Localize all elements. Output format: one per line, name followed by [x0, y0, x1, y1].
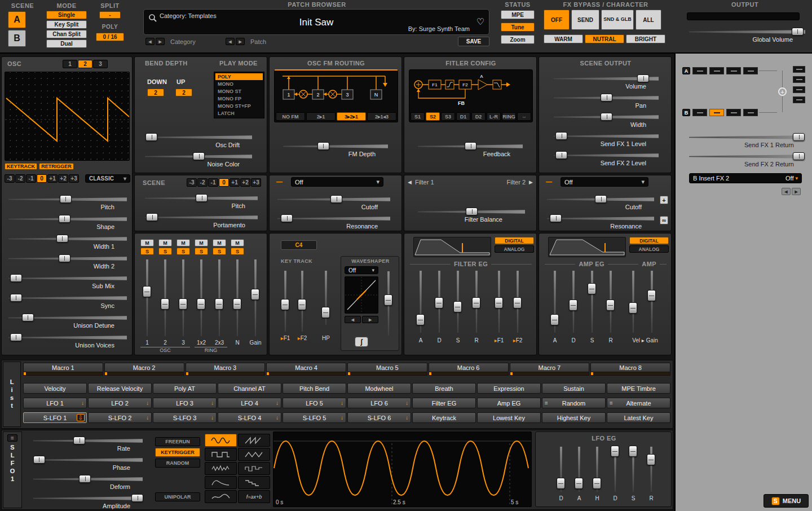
lfo-eg-release-fader[interactable] [647, 446, 656, 493]
down-arrow-icon[interactable]: ↓ [81, 400, 84, 406]
mod-list-tab[interactable]: List [3, 362, 21, 427]
slider-handle[interactable] [10, 294, 22, 302]
down-arrow-icon[interactable]: ↓ [146, 400, 149, 406]
scene-octave-zero[interactable]: 0 [219, 178, 229, 187]
mute-osc1-button[interactable]: M [140, 239, 154, 246]
mod-slfo2[interactable]: S-LFO 2↓ [88, 412, 152, 423]
fader-handle[interactable] [495, 297, 503, 309]
waveshaper-next-button[interactable]: ▸ [362, 316, 378, 323]
keytrack-f1-fader[interactable] [281, 270, 290, 333]
slider-handle[interactable] [555, 151, 567, 159]
down-arrow-icon[interactable]: ↓ [146, 415, 149, 421]
play-mode-latch[interactable]: LATCH [215, 110, 263, 117]
mpe-button[interactable]: MPE [501, 10, 535, 19]
character-neutral-button[interactable]: NUTRAL [585, 34, 624, 43]
keytrack-root-note[interactable]: C4 [281, 240, 317, 250]
fx-slot-a2[interactable] [709, 67, 724, 74]
scene-b-button[interactable]: B [8, 30, 26, 47]
fm-depth-slider[interactable]: FM Depth [283, 142, 388, 157]
filter1-cutoff-slider[interactable]: Cutoff [277, 195, 390, 210]
tune-button[interactable]: Tune [501, 23, 535, 32]
filter-eg-sustain-fader[interactable] [453, 270, 462, 334]
menu-button[interactable]: S MENU [764, 494, 809, 508]
slider-handle[interactable] [60, 195, 72, 203]
osc-shape-slider[interactable]: Shape [8, 214, 127, 230]
send-fx2-level-slider[interactable]: Send FX 2 Level [554, 151, 659, 166]
lfo-phase-slider[interactable]: Phase [33, 455, 143, 471]
down-arrow-icon[interactable]: ↓ [211, 415, 214, 421]
macro-8[interactable]: Macro 8 [590, 363, 670, 376]
mute-osc2-button[interactable]: M [158, 239, 172, 246]
velocity-sense-fader[interactable] [629, 270, 638, 334]
fader-handle[interactable] [281, 299, 289, 310]
macro-6-value-bar[interactable] [429, 372, 509, 376]
filter1-resonance-slider[interactable]: Resonance [277, 214, 390, 230]
lfo-eg-hold-fader[interactable] [593, 446, 602, 493]
fader-handle[interactable] [611, 446, 619, 457]
filter-config-s2[interactable]: S2 [426, 112, 440, 121]
solo-ring1x2-button[interactable]: S [195, 248, 208, 255]
feedback-slider[interactable]: Feedback [418, 142, 523, 157]
amp-eg-decay-fader[interactable] [569, 270, 578, 334]
macro-1[interactable]: Macro 1 [23, 363, 103, 376]
macro-4[interactable]: Macro 4 [266, 363, 346, 376]
filter2-subtype-icon[interactable]: — [546, 178, 552, 185]
slider-handle[interactable] [793, 133, 805, 141]
fx-slot-global3[interactable] [793, 86, 805, 93]
fx-slot-b1[interactable] [692, 109, 707, 116]
mixer-noise-fader[interactable] [233, 258, 242, 337]
fader-handle[interactable] [298, 299, 306, 310]
scene-octave-plus3[interactable]: +3 [251, 178, 261, 187]
patch-browser-box[interactable]: Category: Templates Init Saw By: Surge S… [143, 9, 489, 35]
fm-route-2to1[interactable]: 2▸1 [306, 112, 336, 121]
slider-handle[interactable] [330, 195, 342, 203]
filter1-subtype-icon[interactable]: — [276, 178, 283, 185]
osc-submix-slider[interactable]: Sub Mix [8, 274, 127, 289]
slider-handle[interactable] [465, 142, 476, 150]
split-value-button[interactable]: - [99, 11, 121, 19]
mod-lfo1[interactable]: LFO 1↓ [23, 398, 87, 408]
fader-handle[interactable] [233, 298, 241, 310]
mute-osc3-button[interactable]: M [176, 239, 190, 246]
mod-slfo4[interactable]: S-LFO 4↓ [218, 412, 281, 423]
fader-handle[interactable] [321, 307, 330, 318]
slider-handle[interactable] [792, 28, 804, 36]
mod-amp-eg[interactable]: Amp EG [477, 398, 541, 408]
slider-handle[interactable] [555, 132, 567, 140]
osc-pitch-slider[interactable]: Pitch [8, 195, 127, 210]
octave-minus1[interactable]: -1 [26, 174, 36, 183]
lfo-unipolar-button[interactable]: UNIPOLAR [155, 492, 200, 501]
osc-width1-slider[interactable]: Width 1 [8, 234, 127, 250]
amp-eg-sustain-fader[interactable] [588, 270, 597, 334]
octave-plus2[interactable]: +2 [58, 174, 68, 183]
mixer-osc3-fader[interactable] [179, 258, 188, 337]
lfo-keytrigger-button[interactable]: KEYTRIGGER [155, 448, 200, 457]
mod-expression[interactable]: Expression [477, 383, 541, 394]
fader-handle[interactable] [575, 478, 583, 489]
macro-1-label[interactable]: Macro 1 [23, 363, 103, 372]
lfo-amplitude-slider[interactable]: Amplitude [33, 494, 143, 509]
down-arrow-icon[interactable]: ↓ [341, 400, 343, 406]
down-arrow-icon[interactable]: ↓ [341, 415, 343, 421]
macro-2-value-bar[interactable] [104, 372, 184, 376]
scene-a-button[interactable]: A [8, 11, 26, 28]
fader-handle[interactable] [472, 297, 480, 309]
fader-handle[interactable] [588, 283, 596, 294]
slider-handle[interactable] [73, 437, 85, 444]
lfo-shape-step-seq[interactable] [238, 476, 270, 489]
filter-balance-slider[interactable]: Filter Balance [418, 207, 525, 223]
osc-drift-slider[interactable]: Osc Drift [145, 133, 252, 148]
filter-config-ring[interactable]: RING [502, 112, 516, 121]
keytrack-button[interactable]: KEYTRACK [5, 163, 37, 170]
mod-slfo1-selected[interactable]: S-LFO 1⇩ [23, 412, 87, 423]
filter2-type-dropdown[interactable]: Off ▾ [561, 177, 648, 187]
scene-volume-slider[interactable]: Volume [554, 74, 659, 90]
macro-3-value-bar[interactable] [186, 372, 266, 376]
macro-5-value-bar[interactable] [347, 372, 427, 376]
fx-slot-global2[interactable] [793, 76, 805, 83]
patch-prev-button[interactable]: ◂ [226, 38, 235, 45]
fx-slot-a3[interactable] [726, 67, 741, 74]
solo-osc2-button[interactable]: S [158, 248, 172, 255]
bend-down-value[interactable]: 2 [147, 89, 164, 96]
fader-handle[interactable] [647, 454, 655, 465]
